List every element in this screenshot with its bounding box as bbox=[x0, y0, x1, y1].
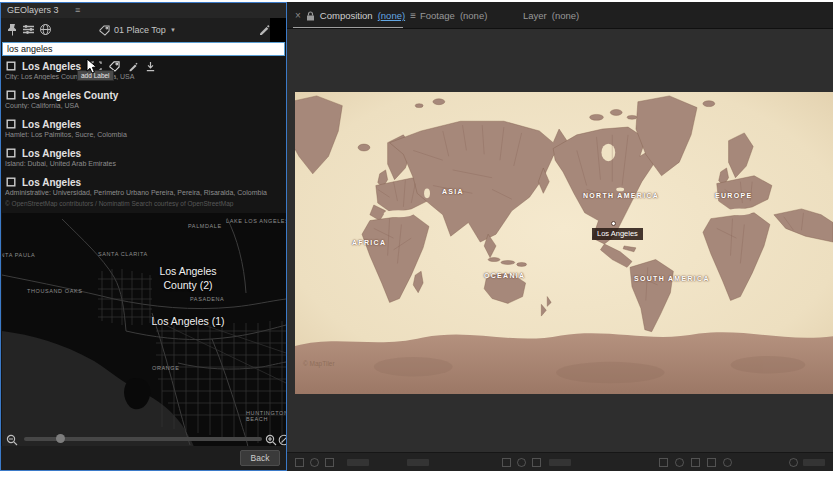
comp-toolbar-dropdown[interactable] bbox=[803, 459, 825, 466]
place-icon bbox=[6, 119, 16, 129]
panel-menu-icon[interactable]: ≡ bbox=[75, 3, 80, 18]
place-icon bbox=[6, 148, 16, 158]
preview-result-marker[interactable]: Los Angeles County (2) bbox=[140, 265, 236, 292]
zoom-out-icon[interactable] bbox=[6, 432, 18, 444]
result-subtitle: City: Los Angeles County, California, US… bbox=[1, 73, 286, 80]
preview-city-label: ORANGE bbox=[152, 365, 179, 371]
globe-icon[interactable] bbox=[39, 23, 52, 36]
result-subtitle: County: California, USA bbox=[1, 102, 286, 109]
close-icon[interactable]: × bbox=[295, 10, 301, 21]
preview-result-marker[interactable]: Los Angeles (1) bbox=[138, 315, 238, 329]
preview-city-label: LAKE LOS ANGELES bbox=[226, 218, 286, 224]
download-icon[interactable] bbox=[145, 61, 156, 72]
zoom-slider-handle[interactable] bbox=[56, 434, 65, 443]
comp-toolbar-icon[interactable] bbox=[310, 458, 319, 467]
result-subtitle: Administrative: Universidad, Perimetro U… bbox=[1, 189, 286, 196]
preset-label: 01 Place Top bbox=[114, 25, 166, 35]
comp-toolbar-icon[interactable] bbox=[659, 458, 668, 467]
result-title: Los Angeles bbox=[22, 61, 81, 72]
preview-city-label: SANTA CLARITA bbox=[98, 251, 148, 257]
screenshot-root: GEOlayers 3 ≡ 01 Place Top ▼ bbox=[0, 0, 836, 484]
tab-comp-name: (none) bbox=[378, 10, 405, 21]
continent-label-europe: EUROPE bbox=[715, 192, 752, 199]
toolbar-swatch bbox=[270, 18, 286, 42]
search-input[interactable] bbox=[2, 42, 285, 56]
los-angeles-marker-dot bbox=[611, 221, 616, 226]
layer-settings-icon[interactable] bbox=[22, 23, 35, 36]
composition-toolbar bbox=[287, 452, 833, 471]
panel-footer: Back bbox=[1, 446, 286, 470]
preview-city-label: PASADENA bbox=[190, 296, 224, 302]
panel-header: GEOlayers 3 ≡ bbox=[1, 3, 286, 18]
viewer-tab-bar: × Composition (none) ≡ Footage (none) La… bbox=[287, 2, 833, 29]
active-tab-underline bbox=[293, 27, 403, 28]
tab-value: (none) bbox=[552, 10, 579, 21]
preview-city-label: HUNTINGTON BEACH bbox=[246, 410, 286, 422]
comp-toolbar-dropdown[interactable] bbox=[549, 459, 571, 466]
edit-map-icon[interactable] bbox=[278, 432, 286, 444]
comp-toolbar-icon[interactable] bbox=[517, 458, 526, 467]
tab-label: Footage bbox=[420, 10, 455, 21]
draw-icon[interactable] bbox=[127, 61, 138, 72]
result-subtitle: Hamlet: Los Palmitos, Sucre, Colombia bbox=[1, 131, 286, 138]
continent-label-asia: ASIA bbox=[442, 188, 464, 195]
los-angeles-map-label: Los Angeles bbox=[592, 228, 643, 240]
back-button[interactable]: Back bbox=[240, 450, 280, 466]
continent-label-africa: AFRICA bbox=[352, 239, 386, 246]
continent-label-north-america: NORTH AMERICA bbox=[583, 192, 659, 199]
result-row[interactable]: Los Angeles Administrative: Universidad,… bbox=[1, 175, 286, 203]
preview-zoom-slider bbox=[2, 429, 286, 447]
composition-map: ASIA AFRICA OCEANIA NORTH AMERICA SOUTH … bbox=[295, 92, 833, 394]
preview-marker-line: Los Angeles bbox=[140, 265, 236, 279]
caret-down-icon: ▼ bbox=[170, 27, 176, 33]
result-row[interactable]: Los Angeles Island: Dubai, United Arab E… bbox=[1, 146, 286, 174]
comp-toolbar-icon[interactable] bbox=[723, 458, 732, 467]
draw-style-icon[interactable] bbox=[257, 23, 270, 36]
preview-marker-line: County (2) bbox=[140, 279, 236, 293]
result-row[interactable]: Los Angeles County County: California, U… bbox=[1, 88, 286, 116]
tab-label: Composition bbox=[320, 10, 373, 21]
result-title: Los Angeles bbox=[22, 119, 81, 130]
comp-toolbar-icon[interactable] bbox=[325, 458, 334, 467]
comp-toolbar-dropdown[interactable] bbox=[347, 459, 369, 466]
comp-toolbar-icon[interactable] bbox=[675, 458, 684, 467]
tag-icon bbox=[99, 25, 110, 36]
tab-composition[interactable]: × Composition (none) ≡ bbox=[295, 2, 416, 29]
style-preset-dropdown[interactable]: 01 Place Top ▼ bbox=[99, 22, 176, 38]
place-icon bbox=[6, 61, 16, 71]
place-icon bbox=[6, 177, 16, 187]
result-title: Los Angeles bbox=[22, 148, 81, 159]
lock-icon bbox=[306, 11, 315, 21]
zoom-in-icon[interactable] bbox=[265, 432, 277, 444]
comp-toolbar-dropdown[interactable] bbox=[407, 459, 429, 466]
result-row[interactable]: Los Angeles Hamlet: Los Palmitos, Sucre,… bbox=[1, 117, 286, 145]
tab-footage[interactable]: Footage (none) bbox=[420, 2, 487, 29]
comp-toolbar-icon[interactable] bbox=[532, 458, 541, 467]
tab-value: (none) bbox=[460, 10, 487, 21]
search-attribution: © OpenStreetMap contributors / Nominatim… bbox=[5, 200, 283, 207]
comp-toolbar-icon[interactable] bbox=[789, 458, 798, 467]
result-title: Los Angeles bbox=[22, 177, 81, 188]
comp-toolbar-icon[interactable] bbox=[691, 458, 700, 467]
preview-city-label: PALMDALE bbox=[188, 223, 222, 229]
mouse-cursor bbox=[86, 58, 98, 78]
place-icon bbox=[6, 90, 16, 100]
comp-toolbar-icon[interactable] bbox=[707, 458, 716, 467]
result-row[interactable]: Los Angeles City: Los Angeles County, Ca… bbox=[1, 59, 286, 87]
geolayers-panel: GEOlayers 3 ≡ 01 Place Top ▼ bbox=[0, 2, 287, 471]
comp-toolbar-icon[interactable] bbox=[502, 458, 511, 467]
search-results: Los Angeles City: Los Angeles County, Ca… bbox=[1, 57, 286, 201]
continent-label-oceania: OCEANIA bbox=[484, 272, 525, 279]
panel-title: GEOlayers 3 bbox=[7, 3, 59, 18]
preview-map[interactable]: PALMDALE LAKE LOS ANGELES SANTA CLARITA … bbox=[2, 213, 286, 447]
preview-map-canvas bbox=[2, 213, 286, 447]
result-title: Los Angeles County bbox=[22, 90, 118, 101]
panel-menu-icon[interactable]: ≡ bbox=[410, 10, 416, 21]
tab-layer[interactable]: Layer (none) bbox=[523, 2, 579, 29]
continent-label-south-america: SOUTH AMERICA bbox=[634, 275, 710, 282]
map-attribution: © MapTiler bbox=[303, 360, 335, 367]
comp-toolbar-icon[interactable] bbox=[295, 458, 304, 467]
preview-city-label: SANTA PAULA bbox=[2, 252, 35, 258]
geolayers-toolbar: 01 Place Top ▼ bbox=[1, 18, 286, 42]
pin-icon[interactable] bbox=[6, 23, 19, 36]
